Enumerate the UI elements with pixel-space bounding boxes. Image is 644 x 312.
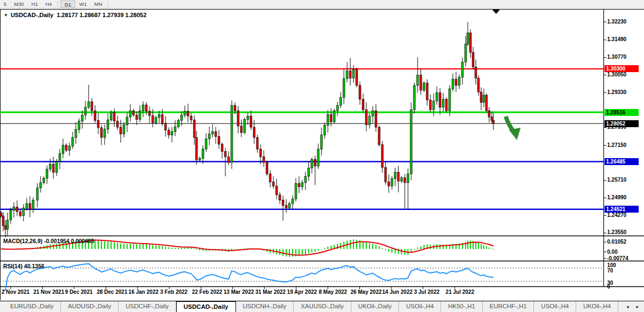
tab-xauusd-daily[interactable]: XAUUSD-,Daily (294, 301, 351, 312)
macd-axis-0.01052: 0.01052 (607, 239, 626, 245)
tab-usdchf-daily[interactable]: USDCHF-,Daily (119, 301, 176, 312)
rsi-axis-100: 100 (607, 262, 616, 268)
price-tick-1.23550: 1.23550 (607, 229, 626, 235)
timeframe-button-w1[interactable]: W1 (75, 1, 90, 8)
tab-usdcad-daily[interactable]: USDCAD-,Daily (176, 301, 236, 312)
price-tick-1.30050: 1.30050 (607, 72, 626, 77)
toolbar-separator (58, 1, 58, 7)
timeframe-button-d1[interactable]: D1 (60, 1, 75, 8)
scroll-position-marker-icon[interactable] (492, 10, 500, 14)
candlesticks (0, 22, 494, 237)
timeframe-button-5[interactable]: 5 (0, 1, 10, 8)
chart-symbol-label: USDCAD-,Daily (11, 12, 53, 18)
price-badge-1.28516: 1.28516 (604, 109, 639, 116)
chart-window: ▼USDCAD-,Daily 1.28177 1.28687 1.27939 1… (0, 9, 644, 301)
tab-eurusd-daily[interactable]: EURUSD-,Daily (3, 301, 61, 312)
chart-title: ▼USDCAD-,Daily 1.28177 1.28687 1.27939 1… (4, 12, 146, 18)
macd-indicator-label: MACD(12,26,9) -0.001954 0.000465 (3, 238, 94, 244)
tab-audusd-daily[interactable]: AUDUSD-,Daily (61, 301, 119, 312)
tab-scroll-right-icon[interactable]: ▸ (636, 304, 639, 309)
tab-ukoil-daily[interactable]: UKOil-,Daily (351, 301, 399, 312)
date-label-12: 14 Jun 2022 (382, 289, 413, 295)
price-badge-1.26485: 1.26485 (604, 158, 639, 165)
date-label-10: 8 May 2022 (319, 289, 347, 295)
date-label-5: 3 Feb 2022 (160, 289, 187, 295)
price-tick-1.31490: 1.31490 (607, 36, 626, 42)
tab-eurchf-h1[interactable]: EURCHF-,H1 (483, 301, 535, 312)
trading-terminal: 5M30H1H4D1W1MN ▼USDCAD-,Daily 1.28177 1.… (0, 0, 644, 312)
date-label-7: 13 Mar 2022 (224, 289, 254, 295)
date-label-8: 31 Mar 2022 (255, 289, 286, 295)
rsi-value: 40.1356 (24, 263, 44, 269)
tab-scroll-controls: ◂ ▸ (622, 301, 643, 311)
date-label-4: 16 Jan 2022 (129, 289, 159, 295)
price-badge-1.30300: 1.30300 (604, 65, 639, 72)
date-label-13: 3 Jul 2022 (414, 289, 439, 295)
price-tick-1.29330: 1.29330 (607, 89, 626, 95)
price-tick-1.24990: 1.24990 (607, 194, 626, 200)
macd-axis--0.00774: -0.00774 (607, 255, 628, 261)
price-tick-1.30770: 1.30770 (607, 54, 626, 60)
price-badge-1.24521: 1.24521 (604, 206, 639, 213)
rsi-axis-70: 70 (607, 268, 613, 274)
tab-ukoil-h4[interactable]: UKOil-,H4 (576, 301, 618, 312)
price-tick-1.25710: 1.25710 (607, 177, 626, 183)
macd-axis-0.00: 0.00 (607, 249, 617, 255)
toolbar-separator (108, 1, 108, 7)
horizontal-level-lines (0, 69, 604, 209)
date-label-1: 21 Nov 2021 (33, 289, 64, 295)
date-label-6: 22 Feb 2022 (192, 289, 222, 295)
date-label-14: 21 Jul 2022 (446, 289, 474, 295)
timeframe-button-mn[interactable]: MN (91, 1, 106, 8)
date-label-9: 19 Apr 2022 (287, 289, 317, 295)
date-label-3: 28 Dec 2021 (97, 289, 127, 295)
chart-tab-bar: EURUSD-,DailyAUDUSD-,DailyUSDCHF-,DailyU… (0, 301, 644, 312)
timeframe-button-h4[interactable]: H4 (42, 1, 56, 8)
date-label-11: 26 May 2022 (350, 289, 381, 295)
price-tick-1.27150: 1.27150 (607, 142, 626, 148)
tab-hk50-h1[interactable]: HK50-,H1 (441, 301, 483, 312)
symbol-dropdown-icon[interactable]: ▼ (4, 13, 8, 18)
price-badge-1.28052: 1.28052 (604, 120, 639, 127)
date-label-0: 2 Nov 2021 (2, 289, 29, 295)
timeframe-button-m30[interactable]: M30 (10, 1, 27, 8)
chart-ohlc-values: 1.28177 1.28687 1.27939 1.28052 (57, 12, 146, 18)
rsi-indicator-label: RSI(14) 40.1356 (3, 263, 44, 269)
chart-canvas[interactable] (0, 9, 644, 301)
date-label-2: 9 Dec 2021 (65, 289, 93, 295)
timeframe-toolbar: 5M30H1H4D1W1MN (0, 0, 644, 9)
timeframe-button-h1[interactable]: H1 (28, 1, 42, 8)
price-tick-1.24270: 1.24270 (607, 212, 626, 218)
down-arrow-annotation-head (509, 128, 521, 140)
price-tick-1.32230: 1.32230 (607, 19, 626, 25)
rsi-axis-0: 0 (607, 284, 610, 290)
tab-usoil-h4[interactable]: USOil-,H4 (534, 301, 576, 312)
macd-values: -0.001954 0.000465 (44, 238, 94, 244)
tab-usoil-h4[interactable]: USOil-,H4 (399, 301, 441, 312)
tab-usdcnh-daily[interactable]: USDCNH-,Daily (236, 301, 294, 312)
tab-scroll-left-icon[interactable]: ◂ (626, 304, 629, 309)
